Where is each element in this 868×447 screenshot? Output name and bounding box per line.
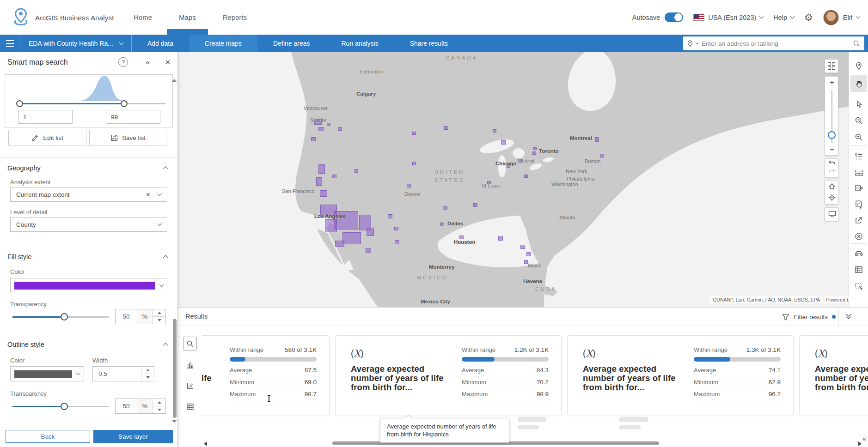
county-highlight xyxy=(335,241,344,247)
export-share-icon[interactable] xyxy=(850,212,867,229)
dataset-selector[interactable]: USA (Esri 2023) xyxy=(693,14,763,21)
analysis-extent-select[interactable]: Current map extent ✕ xyxy=(10,187,167,202)
panel-scrollbar[interactable] xyxy=(173,319,177,418)
autosave-toggle[interactable] xyxy=(665,12,683,22)
county-highlight xyxy=(325,219,337,232)
stepper-up[interactable] xyxy=(141,367,154,374)
result-card[interactable]: (X) Average expected number of years of … xyxy=(799,335,868,416)
stepper-up[interactable] xyxy=(153,399,165,406)
fill-transparency-value[interactable]: 50 xyxy=(116,309,137,324)
collapse-results-button[interactable] xyxy=(838,308,858,326)
chevron-down-icon xyxy=(119,40,123,45)
scroll-down-arrow[interactable] xyxy=(172,420,177,423)
range-slider-min-handle[interactable] xyxy=(16,100,23,107)
save-layer-button[interactable]: Save layer xyxy=(93,430,173,443)
chevron-up-icon[interactable] xyxy=(163,166,168,171)
outline-width-label: Width xyxy=(92,357,108,364)
drive-time-car-icon[interactable] xyxy=(850,245,867,262)
search-input[interactable] xyxy=(702,40,850,47)
range-slider-track[interactable] xyxy=(18,103,166,104)
measure-icon[interactable] xyxy=(850,164,867,181)
table-view-icon[interactable] xyxy=(183,399,197,413)
pin-tool-icon[interactable] xyxy=(850,58,867,74)
zoom-out-button[interactable]: − xyxy=(825,145,839,154)
fullscreen-control[interactable] xyxy=(825,207,838,221)
chevron-down-icon[interactable] xyxy=(696,41,699,44)
tab-reports[interactable]: Reports xyxy=(220,0,250,35)
zoom-to-results-icon[interactable] xyxy=(183,337,197,350)
range-max-input[interactable] xyxy=(106,110,160,124)
toolbar-create-maps[interactable]: Create maps xyxy=(189,35,257,52)
fill-color-picker[interactable] xyxy=(10,278,167,293)
collapse-panel-icon[interactable]: « xyxy=(142,57,153,67)
stepper-down[interactable] xyxy=(153,406,165,413)
level-of-detail-select[interactable]: County xyxy=(10,217,167,232)
zoom-in-tool-icon[interactable] xyxy=(850,112,867,129)
transparency-slider-handle[interactable] xyxy=(61,403,68,410)
locate-icon[interactable] xyxy=(825,194,839,203)
result-card[interactable]: (X) Average expected number of years of … xyxy=(335,335,562,416)
scroll-up-arrow[interactable] xyxy=(172,79,177,82)
zoom-slider-handle[interactable] xyxy=(828,131,836,139)
home-icon[interactable] xyxy=(825,183,839,192)
help-circle-icon[interactable]: ? xyxy=(118,57,128,67)
stepper-down[interactable] xyxy=(153,316,165,324)
save-list-button[interactable]: Save list xyxy=(89,130,167,145)
basemap-gallery-button[interactable] xyxy=(825,59,838,73)
map-label: Houston xyxy=(454,239,476,245)
average-value: 84.3 xyxy=(537,367,549,374)
sketch-edit-icon[interactable] xyxy=(850,180,867,196)
toolbar-run-analysis[interactable]: Run analysis xyxy=(325,35,394,52)
table-grid-icon[interactable] xyxy=(850,261,867,278)
percent-unit: % xyxy=(137,309,153,324)
range-slider-max-handle[interactable] xyxy=(121,100,128,107)
back-button[interactable]: Back xyxy=(6,430,90,443)
legend-list-icon[interactable] xyxy=(850,148,867,165)
select-features-icon[interactable] xyxy=(850,278,867,295)
remove-circle-icon[interactable] xyxy=(850,228,867,245)
bar-chart-view-icon[interactable] xyxy=(183,358,197,372)
chevron-up-icon[interactable] xyxy=(163,255,168,260)
filter-results-button[interactable]: Filter results xyxy=(782,308,836,326)
edit-list-button[interactable]: Edit list xyxy=(8,130,86,145)
location-pin-icon[interactable] xyxy=(687,40,693,47)
scatter-plot-view-icon[interactable] xyxy=(183,379,197,393)
chevron-up-icon[interactable] xyxy=(163,343,168,348)
zoom-out-tool-icon[interactable] xyxy=(850,129,867,145)
outline-color-picker[interactable] xyxy=(10,366,84,381)
stepper-down[interactable] xyxy=(141,374,154,381)
close-icon[interactable]: ✕ xyxy=(163,57,173,67)
stepper-up[interactable] xyxy=(153,309,165,316)
collapse-panel-icon[interactable]: « xyxy=(862,435,865,442)
tab-home[interactable]: Home xyxy=(131,0,155,35)
redo-icon[interactable] xyxy=(825,169,839,177)
basemap xyxy=(178,52,868,307)
pan-hand-icon[interactable] xyxy=(850,75,867,92)
toolbar-add-data[interactable]: Add data xyxy=(132,35,189,52)
map-canvas[interactable]: CANADAEdmontonCalgaryVancouverSeattleMon… xyxy=(178,52,868,307)
zoom-in-button[interactable]: + xyxy=(825,78,839,87)
add-route-icon[interactable] xyxy=(850,196,867,212)
outline-width-value[interactable]: 0.5 xyxy=(93,367,141,381)
outline-transparency-value[interactable]: 50 xyxy=(116,399,137,413)
result-card[interactable]: (X) Average expected number of years of … xyxy=(202,335,330,416)
search-icon[interactable] xyxy=(853,40,860,47)
toolbar-define-areas[interactable]: Define areas xyxy=(257,35,325,52)
scroll-right-arrow[interactable] xyxy=(858,441,862,446)
tab-maps[interactable]: Maps xyxy=(176,0,199,35)
undo-icon[interactable] xyxy=(825,160,839,168)
transparency-slider-handle[interactable] xyxy=(61,313,68,320)
project-dropdown[interactable]: EDA with County Health Ra... xyxy=(20,35,132,52)
user-menu[interactable]: Elif xyxy=(823,10,860,25)
scroll-left-arrow[interactable] xyxy=(204,441,207,446)
toolbar-share-results[interactable]: Share results xyxy=(394,35,464,52)
result-card[interactable]: (X) Average expected number of years of … xyxy=(567,335,794,416)
map-label: Vancouver xyxy=(304,105,328,111)
range-min-input[interactable] xyxy=(18,110,73,124)
hamburger-menu-icon[interactable] xyxy=(0,35,20,52)
select-arrow-icon[interactable] xyxy=(850,96,867,112)
settings-gear-icon[interactable]: ⚙ xyxy=(804,12,813,23)
within-range-value: 1.3K of 3.1K xyxy=(746,346,781,353)
help-menu[interactable]: Help xyxy=(773,14,794,21)
clear-icon[interactable]: ✕ xyxy=(146,191,151,198)
